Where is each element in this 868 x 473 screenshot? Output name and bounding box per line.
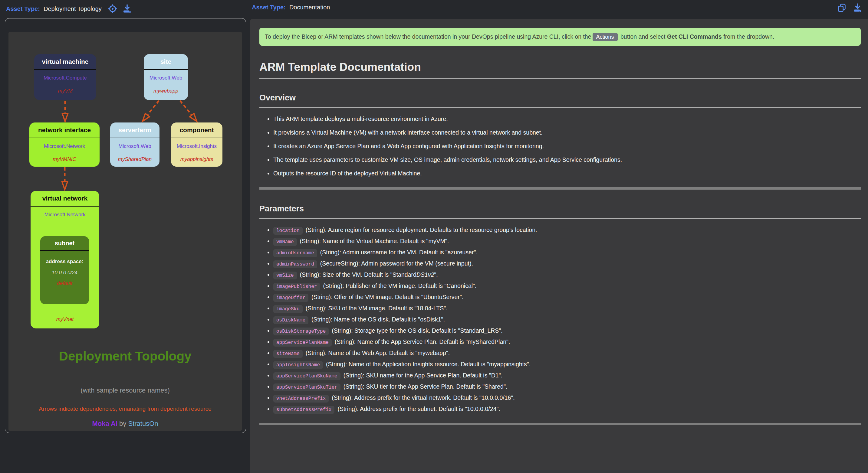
node-type: Microsoft.Insights (171, 143, 222, 149)
parameter-desc: (String): Azure region for resource depl… (306, 227, 537, 233)
subnet-resource-name: default (40, 280, 89, 286)
overview-heading: Overview (259, 93, 861, 103)
doc-header-actions (837, 3, 863, 13)
overview-item: The template uses parameters to customiz… (273, 156, 861, 163)
parameter-name: appServicePlanSkuTier (273, 383, 340, 391)
parameter-desc-italic: DS1v2 (416, 271, 434, 278)
node-resource-name: myVnet (31, 316, 99, 323)
parameter-name: subnetAddressPrefix (273, 406, 334, 414)
company-name: StratusOn (128, 420, 158, 427)
callout-text-pre: To deploy the Bicep or ARM templates sho… (265, 33, 591, 40)
download-diagram-icon[interactable] (122, 4, 132, 13)
parameter-item: imageOffer(String): Offer of the VM imag… (273, 294, 861, 301)
parameter-item: osDiskStorageType(String): Storage type … (273, 327, 861, 334)
node-divider (40, 250, 89, 251)
callout-text-mid: button and select (619, 33, 667, 40)
parameter-desc: (String): Publisher of the VM image. Def… (323, 282, 476, 289)
parameter-name: vmName (273, 238, 297, 246)
parameter-name: adminPassword (273, 260, 317, 268)
parameter-desc: (String): SKU tier for the App Service P… (343, 383, 507, 390)
parameter-name: appServicePlanName (273, 339, 332, 346)
node-divider (171, 138, 222, 138)
node-divider (29, 138, 100, 138)
node-title: virtual network (31, 191, 99, 206)
overview-item: Outputs the resource ID of the deployed … (273, 170, 861, 177)
parameter-desc: (String): Admin username for the VM. Def… (320, 249, 477, 256)
parameter-desc: (String): Name of the Web App. Default i… (306, 349, 450, 356)
node-type: Microsoft.Web (144, 75, 188, 81)
parameter-item: appServicePlanSkuName(String): SKU name … (273, 372, 861, 379)
node-divider (144, 69, 188, 70)
parameter-item: vmName(String): Name of the Virtual Mach… (273, 238, 861, 245)
left-asset-type-label: Asset Type: (6, 5, 40, 12)
diagram-note: Arrows indicate dependencies, emanating … (8, 406, 242, 412)
node-subnet: subnet address space: 10.0.0.0/24 defaul… (40, 236, 89, 304)
parameter-name: siteName (273, 350, 303, 358)
copy-icon[interactable] (837, 3, 847, 13)
parameter-item: osDiskName(String): Name of the OS disk.… (273, 316, 861, 323)
parameter-name: adminUsername (273, 249, 317, 257)
section-separator (259, 187, 861, 190)
parameter-desc: (SecureString): Admin password for the V… (320, 260, 473, 267)
subnet-address-value: 10.0.0.0/24 (40, 270, 89, 276)
parameter-name: location (273, 227, 303, 235)
node-type: Microsoft.Network (29, 143, 100, 149)
parameter-desc: (String): Address prefix for the virtual… (332, 394, 515, 401)
parameter-item: imageSku(String): SKU of the VM image. D… (273, 305, 861, 312)
parameter-item: siteName(String): Name of the Web App. D… (273, 349, 861, 357)
overview-item: It creates an Azure App Service Plan and… (273, 143, 861, 150)
parameter-item: vnetAddressPrefix(String): Address prefi… (273, 394, 861, 401)
parameter-name: vmSize (273, 272, 297, 279)
topology-diagram: virtual machine Microsoft.Compute myVM s… (8, 32, 242, 431)
parameter-name: appServicePlanSkuName (273, 372, 340, 380)
node-site: site Microsoft.Web mywebapp (144, 54, 188, 100)
callout-text-bold: Get CLI Commands (667, 33, 722, 40)
node-network-interface: network interface Microsoft.Network myVM… (29, 123, 100, 167)
overview-rule (259, 107, 861, 108)
parameter-item: location(String): Azure region for resou… (273, 227, 861, 234)
node-title: serverfarm (110, 123, 159, 138)
node-resource-name: myappinsights (171, 156, 222, 162)
parameter-desc: (String): Name of the Virtual Machine. D… (300, 238, 449, 244)
parameter-name: appInsightsName (273, 361, 323, 369)
node-title: site (144, 54, 188, 69)
download-doc-icon[interactable] (853, 3, 863, 13)
parameter-name: osDiskStorageType (273, 328, 329, 335)
left-panel-header: Asset Type: Deployment Topology (6, 4, 132, 13)
parameter-name: imageOffer (273, 294, 308, 302)
parameter-item: appInsightsName(String): Name of the App… (273, 361, 861, 368)
parameter-name: imagePublisher (273, 283, 320, 291)
diagram-credit: Moka AI by StratusOn (8, 420, 242, 428)
node-title: network interface (29, 123, 100, 138)
documentation-panel: To deploy the Bicep or ARM templates sho… (250, 19, 868, 473)
focus-crosshair-icon[interactable] (108, 4, 117, 13)
node-virtual-network: virtual network Microsoft.Network subnet… (31, 191, 99, 329)
node-resource-name: myVMNIC (29, 156, 100, 162)
parameter-item: imagePublisher(String): Publisher of the… (273, 282, 861, 290)
parameter-name: osDiskName (273, 316, 308, 324)
node-title: virtual machine (34, 54, 96, 69)
parameter-item: subnetAddressPrefix(String): Address pre… (273, 406, 861, 412)
doc-title: ARM Template Documentation (259, 61, 861, 73)
title-rule (259, 78, 861, 79)
node-type: Microsoft.Network (31, 212, 99, 218)
parameters-heading: Parameters (259, 204, 861, 213)
node-divider (31, 206, 99, 207)
overview-item: It provisions a Virtual Machine (VM) wit… (273, 129, 861, 136)
overview-list: This ARM template deploys a multi-resour… (259, 115, 861, 177)
parameter-desc: (String): Name of the App Service Plan. … (335, 338, 510, 345)
parameter-name: vnetAddressPrefix (273, 395, 329, 403)
node-divider (110, 138, 159, 138)
left-asset-type-value: Deployment Topology (43, 5, 102, 12)
parameter-desc: (String): Address prefix for the subnet.… (337, 406, 500, 412)
section-separator (259, 423, 861, 425)
node-resource-name: myVM (34, 88, 96, 94)
parameter-item: appServicePlanName(String): Name of the … (273, 338, 861, 345)
parameter-item: vmSize(String): Size of the VM. Default … (273, 271, 861, 278)
subnet-address-space-label: address space: (40, 259, 89, 265)
node-title: component (171, 123, 222, 138)
right-asset-type-value: Documentation (289, 4, 330, 11)
node-type: Microsoft.Compute (34, 75, 96, 81)
diagram-title: Deployment Topology (8, 349, 242, 364)
credit-by: by (117, 420, 128, 427)
